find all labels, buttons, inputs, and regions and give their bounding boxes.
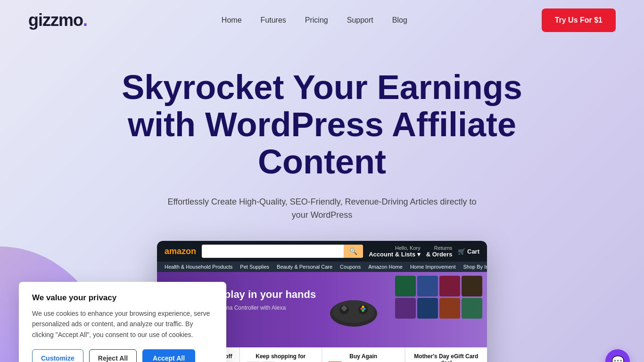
header: gizzmo. Home Futures Pricing Support Blo…: [0, 0, 644, 41]
cookie-customize-button[interactable]: Customize: [32, 349, 83, 362]
cat-improvement[interactable]: Home Improvement: [410, 264, 456, 270]
svg-point-6: [343, 305, 346, 308]
nav-home[interactable]: Home: [222, 16, 242, 25]
cat-coupons[interactable]: Coupons: [340, 264, 361, 270]
nav-pricing[interactable]: Pricing: [305, 16, 328, 25]
cat-beauty[interactable]: Beauty & Personal Care: [277, 264, 332, 270]
cat-interest[interactable]: Shop By Interest: [463, 264, 487, 270]
amazon-orders-nav: Returns & Orders: [426, 245, 453, 258]
bottom-card-2: Buy Again: [322, 347, 405, 362]
cookie-banner: We value your privacy We use cookies to …: [19, 282, 226, 362]
cat-health[interactable]: Health & Household Products: [165, 264, 232, 270]
logo-dot: .: [83, 10, 87, 30]
cookie-body: We use cookies to enhance your browsing …: [32, 308, 213, 340]
svg-point-10: [362, 306, 364, 308]
amazon-search-input[interactable]: [202, 245, 344, 258]
cat-home[interactable]: Amazon Home: [368, 264, 403, 270]
amazon-search: 🔍: [202, 245, 363, 258]
hero-subheading: Effortlessly Create High-Quality, SEO-Fr…: [162, 195, 482, 222]
svg-point-1: [332, 300, 375, 323]
svg-point-9: [363, 308, 366, 310]
cat-pet[interactable]: Pet Supplies: [240, 264, 269, 270]
nav-blog[interactable]: Blog: [392, 16, 407, 25]
bottom-card-3-heading: Mother's Day eGift Card deal: [411, 353, 482, 362]
bottom-card-2-heading: Buy Again: [328, 353, 399, 360]
logo-text: gizzmo: [28, 10, 83, 30]
cookie-buttons: Customize Reject All Accept All: [32, 349, 213, 362]
nav-support[interactable]: Support: [347, 16, 373, 25]
cookie-reject-button[interactable]: Reject All: [89, 349, 137, 362]
controller-image: [325, 286, 382, 333]
amazon-categories-bar: Health & Household Products Pet Supplies…: [157, 262, 487, 272]
try-us-button[interactable]: Try Us For $1: [542, 8, 616, 32]
amazon-cart-nav: 🛒 Cart: [458, 248, 479, 255]
main-nav: Home Futures Pricing Support Blog: [222, 16, 407, 25]
svg-point-11: [362, 310, 364, 312]
amazon-search-btn[interactable]: 🔍: [344, 245, 363, 258]
chat-icon: 💬: [611, 355, 624, 362]
svg-point-7: [343, 308, 346, 311]
amazon-header: amazon 🔍 Hello, Kory Account & Lists ▾ R…: [157, 241, 487, 262]
hero-heading: Skyrocket Your Earnings with WordPress A…: [110, 69, 534, 181]
cookie-title: We value your privacy: [32, 293, 213, 303]
bottom-card-3: Mother's Day eGift Card deal: [405, 347, 487, 362]
logo[interactable]: gizzmo.: [28, 10, 87, 30]
nav-futures[interactable]: Futures: [261, 16, 286, 25]
amazon-logo: amazon: [165, 247, 196, 256]
amazon-account-nav: Hello, Kory Account & Lists ▾: [369, 245, 421, 258]
bottom-card-1: Keep shopping for: [240, 347, 322, 362]
cookie-accept-button[interactable]: Accept All: [142, 349, 195, 362]
svg-point-8: [361, 308, 363, 310]
bottom-card-1-heading: Keep shopping for: [246, 353, 316, 360]
